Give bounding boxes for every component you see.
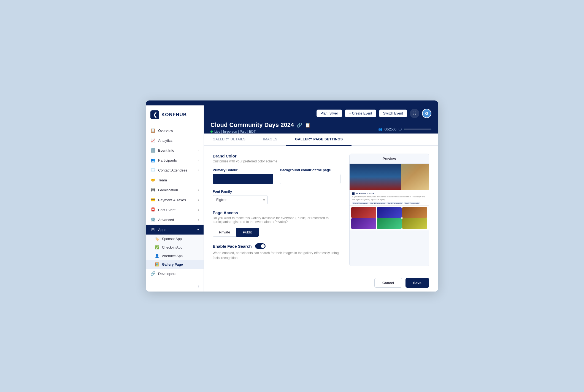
sidebar-nav: 📋 Overview 📈 Analytics ℹ️ Event Info › 👥… [146,123,204,281]
sidebar-item-gamification[interactable]: 🎮 Gamification › [146,185,204,195]
copy-icon[interactable]: 📋 [305,122,310,128]
preview-side-panel [401,164,429,190]
contact-icon: ✉️ [150,168,155,173]
sidebar-item-analytics[interactable]: 📈 Analytics [146,135,204,145]
face-search-row: Enable Face Search [213,243,340,249]
access-private-button[interactable]: Private [213,228,236,237]
attendee-count: 👥 60/2500 ⓘ [378,127,431,134]
app-shell: ❮ KONFHUB 📋 Overview 📈 Analytics ℹ️ Even… [146,105,438,292]
app-window: ❮ KONFHUB 📋 Overview 📈 Analytics ℹ️ Even… [146,100,438,292]
create-event-button[interactable]: + Create Event [345,110,376,117]
access-public-button[interactable]: Public [236,228,259,237]
preview-tag: Day 1 Photographs [369,202,386,204]
preview-photo-4 [351,218,376,229]
background-color-swatch[interactable] [280,174,340,184]
primary-color-label: Primary Colour [213,168,273,172]
background-color-field: Background colour of the page [280,168,340,184]
preview-photo-2 [377,207,402,218]
color-row: Primary Colour Background colour of the … [213,168,340,184]
subnav-item-attendee-app[interactable]: 👤 Attendee App [146,252,204,260]
event-info-row: Cloud Community Days 2024 🔗 📋 Live | In-… [210,121,431,134]
sidebar-item-post-event[interactable]: 📮 Post Event › [146,205,204,215]
analytics-icon: 📈 [150,138,155,143]
face-search-toggle[interactable] [255,243,266,249]
sidebar-item-label: Participants [158,158,195,162]
subnav-item-checkin-app[interactable]: ✅ Check-in App [146,243,204,252]
sidebar-item-label: Team [158,178,199,182]
preview-tag: Day 2 Photographs [386,202,403,204]
preview-tag: Day 3 Photographs [404,202,420,204]
toggle-knob [261,244,265,248]
sidebar-item-payment[interactable]: 💳 Payment & Taxes › [146,195,204,205]
face-search-sub: When enabled, participants can search fo… [213,251,340,260]
link-icon[interactable]: 🔗 [297,122,302,128]
tab-images[interactable]: IMAGES [254,134,286,146]
apps-icon: ⊞ [150,227,155,232]
chevron-right-icon: › [198,208,199,211]
sidebar-item-overview[interactable]: 📋 Overview [146,126,204,135]
grid-icon: ⠿ [413,111,416,116]
sidebar-item-label: Gamification [158,188,195,192]
preview-photo-6 [402,218,427,229]
sidebar-item-event-info[interactable]: ℹ️ Event Info › [146,145,204,155]
subnav-item-sponsor-app[interactable]: 🏷️ Sponsor App [146,235,204,243]
subnav-item-label: Attendee App [162,254,183,258]
switch-event-button[interactable]: Switch Event [379,110,407,117]
brand-color-sub: Customize with your preferred color sche… [213,159,340,163]
sidebar-item-label: Apps [158,228,194,232]
tab-bar: GALLERY DETAILS IMAGES GALLERY PAGE SETT… [204,134,438,146]
logo-text: KONFHUB [161,112,187,118]
chevron-right-icon: › [198,218,199,221]
page-access-title: Page Access [213,210,340,215]
tab-gallery-page-settings[interactable]: GALLERY PAGE SETTINGS [286,134,352,146]
collapse-icon: ‹ [198,284,199,289]
sidebar-item-label: Advanced [158,218,195,222]
form-left: Brand Color Customize with your preferre… [213,154,340,266]
apps-grid-button[interactable]: ⠿ [410,109,419,118]
subnav-item-label: Check-in App [162,246,182,249]
preview-tags: Event Photographs Day 1 Photographs Day … [352,202,426,204]
attendee-icon: 👥 [378,127,382,131]
attendee-progress-bar [404,129,431,130]
subnav-item-label: Sponsor App [162,237,182,241]
chevron-down-icon: ∨ [197,228,199,232]
preview-panel: Preview ELYSIAN [349,154,429,266]
sidebar-item-advanced[interactable]: ⚙️ Advanced › [146,215,204,225]
tab-gallery-details[interactable]: GALLERY DETAILS [204,134,254,146]
team-icon: 🤝 [150,178,155,183]
subnav-item-gallery-page[interactable]: 🖼️ Gallery Page [146,260,204,269]
sidebar-item-participants[interactable]: 👥 Participants › [146,155,204,165]
attendee-app-icon: 👤 [155,254,159,258]
logo-icon: ❮ [150,110,159,119]
preview-audience-area [350,164,401,190]
preview-header: Preview [350,154,429,164]
sidebar: ❮ KONFHUB 📋 Overview 📈 Analytics ℹ️ Even… [146,105,204,292]
sidebar-item-contact-attendees[interactable]: ✉️ Contact Attendees › [146,165,204,175]
event-title: Cloud Community Days 2024 🔗 📋 [210,121,310,129]
cancel-button[interactable]: Cancel [374,278,402,288]
primary-color-swatch[interactable] [213,174,273,184]
primary-color-field: Primary Colour [213,168,273,184]
plan-button[interactable]: Plan: Silver [317,110,342,117]
progress-bar-fill [404,129,404,130]
save-button[interactable]: Save [405,278,429,288]
sidebar-item-team[interactable]: 🤝 Team [146,175,204,185]
preview-event-desc: Elyan: the highly anticipated annual fes… [352,195,426,201]
footer-area: Cancel Save [204,274,438,292]
face-search-title: Enable Face Search [213,244,252,249]
sidebar-item-apps[interactable]: ⊞ Apps ∨ [146,225,204,235]
preview-photo-3 [402,207,427,218]
font-family-label: Font Family [213,190,340,194]
advanced-icon: ⚙️ [150,217,155,222]
font-family-select[interactable]: Figtree Inter Roboto Lato Open Sans [213,195,268,204]
sidebar-item-label: Payment & Taxes [158,198,195,202]
sidebar-item-label: Contact Attendees [158,168,195,172]
header-top: Plan: Silver + Create Event Switch Event… [210,109,431,118]
sidebar-collapse-button[interactable]: ‹ [146,281,204,292]
gallery-page-icon: 🖼️ [155,262,159,266]
preview-event-name: ELYSIAN - 2024 [352,192,426,195]
avatar[interactable]: G [422,109,431,118]
gamification-icon: 🎮 [150,187,155,192]
sidebar-item-label: Analytics [158,138,199,143]
sidebar-item-developers[interactable]: 🔗 Developers [146,269,204,279]
